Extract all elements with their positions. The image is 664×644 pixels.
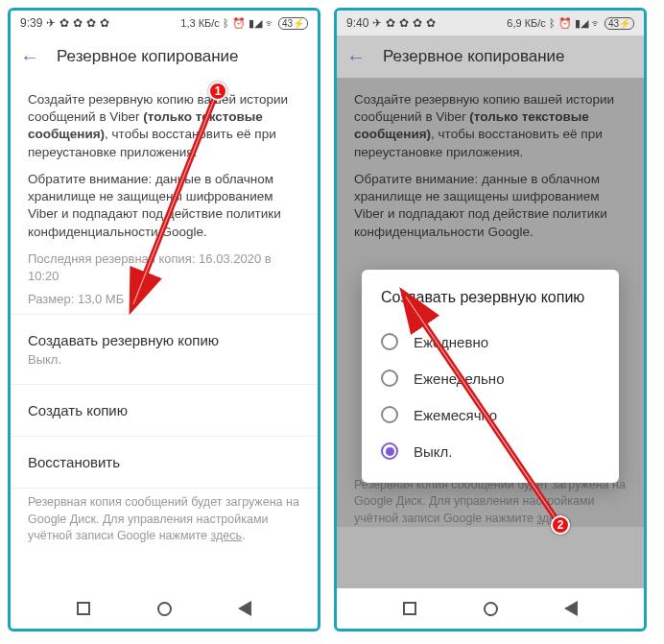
recents-button[interactable] — [77, 602, 90, 615]
option-off[interactable]: Выкл. — [381, 433, 600, 469]
app-bar: ← Резервное копирование — [11, 36, 318, 78]
battery-icon: 43⚡ — [278, 17, 308, 30]
option-monthly[interactable]: Ежемесячно — [381, 396, 600, 433]
gear-icon: ✿ — [386, 16, 395, 30]
gear-icon: ✿ — [100, 16, 109, 30]
android-nav-bar — [337, 588, 644, 629]
main-content: Создайте резервную копию вашей истории с… — [337, 78, 644, 588]
telegram-icon: ✈ — [372, 16, 382, 30]
option-weekly[interactable]: Еженедельно — [381, 360, 600, 396]
radio-icon — [381, 333, 398, 350]
gear-icon: ✿ — [413, 16, 422, 30]
page-title: Резервное копирование — [57, 47, 239, 66]
annotation-badge-1: 1 — [208, 82, 227, 101]
back-icon[interactable]: ← — [20, 46, 39, 68]
gear-icon: ✿ — [59, 16, 69, 30]
intro-paragraph: Создайте резервную копию вашей истории с… — [28, 91, 300, 161]
bluetooth-icon: ᛒ — [549, 17, 556, 29]
page-title: Резервное копирование — [383, 47, 565, 66]
gear-icon: ✿ — [73, 16, 83, 30]
option-daily[interactable]: Ежедневно — [381, 323, 600, 360]
footer-note: Резервная копия сообщений будет загружен… — [28, 494, 300, 545]
dialog-backdrop[interactable]: Создавать резервную копию Ежедневно Ежен… — [337, 78, 644, 588]
link-here[interactable]: здесь — [210, 529, 241, 542]
radio-icon — [381, 406, 398, 423]
alarm-icon: ⏰ — [558, 17, 572, 30]
back-button[interactable] — [238, 601, 251, 616]
divider — [11, 488, 318, 489]
net-speed: 1,3 КБ/с — [180, 17, 220, 29]
row-title: Создать копию — [28, 402, 300, 418]
gear-icon: ✿ — [86, 16, 96, 30]
signal-icon: ▮◢ — [575, 17, 588, 30]
row-create-backup[interactable]: Создать копию — [28, 391, 300, 430]
status-bar: 9:40 ✈ ✿ ✿ ✿ ✿ 6,9 КБ/с ᛒ ⏰ ▮◢ ᯤ 43⚡ — [337, 11, 644, 36]
phone-left: 9:39 ✈ ✿ ✿ ✿ ✿ 1,3 КБ/с ᛒ ⏰ ▮◢ ᯤ 43⚡ ← Р… — [8, 8, 320, 632]
option-label: Выкл. — [414, 443, 452, 460]
divider — [11, 436, 318, 437]
battery-icon: 43⚡ — [605, 17, 634, 30]
row-schedule-backup[interactable]: Создавать резервную копию Выкл. — [28, 321, 300, 378]
option-label: Ежедневно — [414, 334, 488, 350]
recents-button[interactable] — [403, 602, 416, 615]
bluetooth-icon: ᛒ — [223, 17, 229, 29]
warning-paragraph: Обратите внимание: данные в облачном хра… — [28, 171, 300, 241]
backup-frequency-dialog: Создавать резервную копию Ежедневно Ежен… — [362, 270, 619, 483]
home-button[interactable] — [157, 602, 172, 616]
dialog-title: Создавать резервную копию — [381, 289, 600, 306]
gear-icon: ✿ — [399, 16, 409, 30]
signal-icon: ▮◢ — [249, 17, 262, 30]
android-nav-bar — [11, 588, 318, 629]
net-speed: 6,9 КБ/с — [507, 17, 546, 29]
radio-icon — [381, 370, 398, 387]
radio-icon — [381, 442, 398, 460]
option-label: Ежемесячно — [414, 407, 497, 423]
alarm-icon: ⏰ — [232, 17, 246, 30]
row-restore[interactable]: Восстановить — [28, 442, 300, 482]
option-label: Еженедельно — [414, 370, 504, 387]
row-title: Создавать резервную копию — [28, 332, 300, 348]
phone-right: 9:40 ✈ ✿ ✿ ✿ ✿ 6,9 КБ/с ᛒ ⏰ ▮◢ ᯤ 43⚡ ← Р… — [334, 8, 647, 632]
status-time: 9:40 — [346, 16, 368, 30]
back-button[interactable] — [564, 601, 578, 616]
gear-icon: ✿ — [426, 16, 436, 30]
wifi-icon: ᯤ — [591, 17, 602, 29]
row-subtitle: Выкл. — [28, 352, 300, 367]
main-content: Создайте резервную копию вашей истории с… — [11, 78, 318, 588]
status-bar: 9:39 ✈ ✿ ✿ ✿ ✿ 1,3 КБ/с ᛒ ⏰ ▮◢ ᯤ 43⚡ — [11, 11, 318, 36]
annotation-badge-2: 2 — [551, 515, 570, 535]
wifi-icon: ᯤ — [265, 17, 275, 29]
app-bar: ← Резервное копирование — [337, 36, 644, 78]
backup-size: Размер: 13,0 МБ — [28, 291, 300, 308]
divider — [11, 314, 318, 315]
divider — [11, 384, 318, 385]
row-title: Восстановить — [28, 454, 300, 470]
status-time: 9:39 — [20, 16, 42, 30]
last-backup: Последняя резервная копия: 16.03.2020 в … — [28, 250, 300, 285]
home-button[interactable] — [484, 602, 498, 616]
back-icon[interactable]: ← — [346, 46, 366, 68]
telegram-icon: ✈ — [46, 16, 56, 30]
